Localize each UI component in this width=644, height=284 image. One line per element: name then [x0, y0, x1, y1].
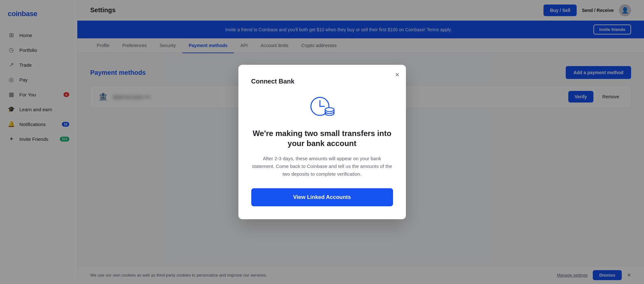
modal-close-button[interactable]: × — [395, 71, 399, 78]
modal-icon-container — [251, 95, 393, 121]
modal-body: After 2-3 days, these amounts will appea… — [251, 155, 393, 178]
view-linked-accounts-button[interactable]: View Linked Accounts — [251, 188, 393, 206]
modal-headline: We're making two small transfers into yo… — [251, 128, 393, 148]
connect-bank-modal: × Connect Bank We're making two small tr… — [238, 65, 406, 219]
modal-overlay[interactable]: × Connect Bank We're making two small tr… — [0, 0, 644, 284]
svg-point-5 — [325, 108, 334, 112]
modal-title: Connect Bank — [251, 78, 393, 85]
transfer-icon — [308, 95, 337, 121]
